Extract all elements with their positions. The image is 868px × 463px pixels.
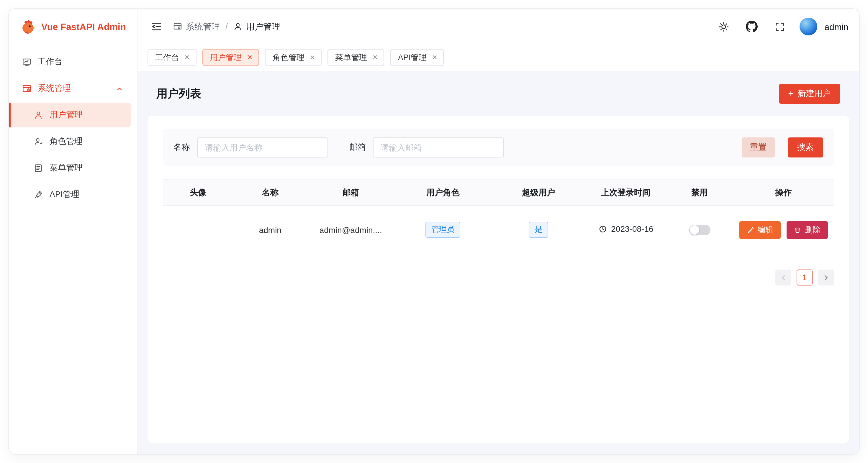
close-icon[interactable]: ✕ [372, 54, 378, 61]
main-area: 系统管理 / 用户管理 [137, 9, 859, 454]
breadcrumb-label: 系统管理 [186, 21, 220, 32]
breadcrumb-label: 用户管理 [246, 21, 280, 32]
github-icon [746, 21, 758, 32]
sidebar-menu: 工作台 系统管理 用户管理 [9, 45, 137, 209]
sun-icon [718, 21, 729, 32]
user-icon [233, 22, 243, 31]
cell-email: admin@admin.... [307, 205, 395, 254]
close-icon[interactable]: ✕ [184, 54, 190, 61]
name-filter-input[interactable] [197, 137, 328, 158]
page-head: 用户列表 + 新建用户 [148, 78, 849, 115]
sidebar-item-workbench[interactable]: 工作台 [15, 49, 131, 74]
plus-icon: + [788, 89, 794, 99]
table-row: admin admin@admin.... 管理员 是 [163, 205, 834, 254]
breadcrumb: 系统管理 / 用户管理 [173, 21, 280, 32]
search-button[interactable]: 搜索 [788, 137, 823, 158]
username[interactable]: admin [824, 22, 848, 32]
tab-label: 菜单管理 [335, 52, 367, 63]
tab-label: 角色管理 [273, 52, 305, 63]
role-tag: 管理员 [426, 222, 460, 237]
user-list-card: 名称 邮箱 重置 搜索 头像 [148, 115, 849, 443]
delete-button[interactable]: 删除 [786, 221, 828, 239]
chevron-up-icon [115, 84, 124, 93]
pagination-next-button[interactable] [818, 269, 834, 286]
logo[interactable]: Vue FastAPI Admin [9, 9, 137, 45]
reset-button[interactable]: 重置 [742, 137, 775, 158]
fullscreen-button[interactable] [772, 19, 788, 34]
filter-bar: 名称 邮箱 重置 搜索 [163, 129, 834, 166]
breadcrumb-item-users[interactable]: 用户管理 [233, 21, 280, 32]
list-icon [34, 163, 44, 173]
stage: Vue FastAPI Admin 工作台 系统管理 [0, 0, 868, 463]
user-avatar[interactable] [800, 18, 817, 35]
collapse-sidebar-button[interactable] [148, 18, 165, 35]
sidebar-item-users[interactable]: 用户管理 [9, 103, 131, 127]
monitor-icon [22, 57, 32, 67]
theme-toggle-button[interactable] [716, 19, 732, 34]
close-icon[interactable]: ✕ [247, 54, 252, 61]
fullscreen-icon [774, 21, 785, 32]
cell-avatar [163, 205, 234, 254]
tab-label: API管理 [398, 52, 427, 63]
window-gear-icon [22, 84, 32, 94]
tab-menus[interactable]: 菜单管理 ✕ [328, 49, 384, 66]
clock-icon [598, 225, 607, 234]
sidebar-item-label: 用户管理 [50, 110, 83, 120]
breadcrumb-item-system[interactable]: 系统管理 [173, 21, 220, 32]
col-email: 邮箱 [307, 179, 395, 205]
tab-roles[interactable]: 角色管理 ✕ [265, 49, 321, 66]
cell-disabled [666, 205, 733, 254]
pagination: 1 [163, 269, 834, 286]
sidebar-item-menus[interactable]: 菜单管理 [9, 156, 131, 180]
github-button[interactable] [743, 18, 760, 35]
sidebar-item-label: 工作台 [38, 57, 63, 67]
tab-label: 用户管理 [210, 52, 242, 63]
tab-label: 工作台 [155, 52, 179, 63]
col-avatar: 头像 [163, 179, 234, 205]
tab-api[interactable]: API管理 ✕ [390, 49, 444, 66]
sidebar-item-roles[interactable]: 角色管理 [9, 129, 131, 154]
name-filter-label: 名称 [174, 142, 190, 153]
sidebar-item-label: 角色管理 [50, 136, 83, 147]
topbar: 系统管理 / 用户管理 [137, 9, 859, 44]
tab-workbench[interactable]: 工作台 ✕ [148, 49, 196, 66]
col-last-login: 上次登录时间 [586, 179, 666, 205]
close-icon[interactable]: ✕ [432, 54, 437, 61]
cell-last-login: 2023-08-16 [586, 205, 666, 254]
breadcrumb-separator: / [225, 22, 228, 31]
disable-toggle[interactable] [689, 224, 710, 235]
cell-superuser: 是 [492, 205, 585, 254]
last-login-value: 2023-08-16 [611, 224, 653, 234]
superuser-tag: 是 [529, 222, 548, 237]
col-role: 用户角色 [394, 179, 492, 205]
sidebar-item-label: 系统管理 [38, 83, 71, 94]
col-superuser: 超级用户 [492, 179, 585, 205]
cell-actions: 编辑 删除 [733, 205, 834, 254]
col-actions: 操作 [733, 179, 834, 205]
sidebar-item-system[interactable]: 系统管理 [15, 76, 131, 101]
users-table: 头像 名称 邮箱 用户角色 超级用户 上次登录时间 禁用 操作 [163, 179, 834, 254]
edit-button[interactable]: 编辑 [739, 221, 780, 239]
edit-label: 编辑 [757, 224, 773, 235]
page-title: 用户列表 [156, 86, 201, 101]
email-filter-input[interactable] [373, 137, 504, 158]
window-gear-icon [173, 22, 182, 31]
tab-users[interactable]: 用户管理 ✕ [202, 49, 259, 66]
content: 用户列表 + 新建用户 名称 邮箱 重置 搜索 [137, 71, 859, 454]
new-user-button[interactable]: + 新建用户 [779, 84, 840, 104]
topbar-actions: admin [716, 18, 848, 35]
col-name: 名称 [234, 179, 307, 205]
toggle-knob [689, 225, 699, 234]
table-header-row: 头像 名称 邮箱 用户角色 超级用户 上次登录时间 禁用 操作 [163, 179, 834, 205]
sidebar-item-label: 菜单管理 [50, 163, 83, 173]
app-window: Vue FastAPI Admin 工作台 系统管理 [8, 8, 860, 455]
pagination-prev-button[interactable] [775, 269, 791, 286]
col-disabled: 禁用 [666, 179, 733, 205]
sidebar-item-api[interactable]: API管理 [9, 182, 131, 207]
user-icon [34, 110, 44, 120]
tabs-bar: 工作台 ✕ 用户管理 ✕ 角色管理 ✕ 菜单管理 ✕ API管理 ✕ [137, 44, 859, 71]
close-icon[interactable]: ✕ [310, 54, 315, 61]
email-filter-label: 邮箱 [349, 142, 366, 153]
cell-name: admin [234, 205, 307, 254]
pagination-page-1[interactable]: 1 [797, 269, 812, 286]
